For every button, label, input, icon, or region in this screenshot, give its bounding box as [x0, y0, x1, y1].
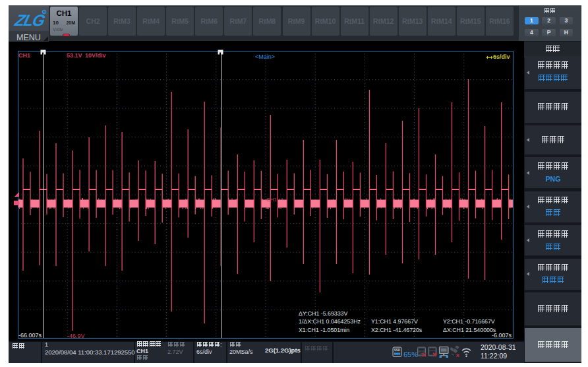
- svg-text:SSD: SSD: [394, 349, 401, 352]
- svg-text:R: R: [43, 10, 45, 14]
- svg-text:ZLG: ZLG: [13, 11, 47, 29]
